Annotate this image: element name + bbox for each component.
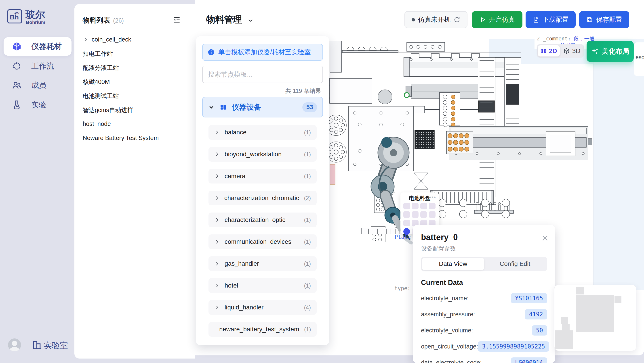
tray-cell[interactable] bbox=[403, 211, 410, 218]
template-list-item[interactable]: gas_handler (1) bbox=[208, 256, 317, 271]
detail-fields: electrolyte_name: YS101165 assembly_pres… bbox=[421, 290, 547, 363]
refresh-icon[interactable] bbox=[454, 16, 460, 23]
tray-cell[interactable] bbox=[412, 211, 418, 218]
tray-cell[interactable] bbox=[412, 203, 418, 209]
chevron-down-icon bbox=[208, 104, 215, 110]
more-icon[interactable]: ••• bbox=[429, 194, 436, 200]
tray-cell[interactable] bbox=[420, 203, 427, 209]
canvas-right-column bbox=[593, 39, 644, 290]
save-icon bbox=[586, 16, 593, 23]
tray-cell[interactable] bbox=[403, 228, 410, 235]
simulation-status[interactable]: 仿真未开机 bbox=[404, 11, 468, 28]
tab-data-view[interactable]: Data View bbox=[422, 258, 484, 270]
tab-config-edit[interactable]: Config Edit bbox=[484, 258, 546, 270]
material-list-item[interactable]: host_node bbox=[83, 117, 188, 131]
sidebar-item-label: 实验 bbox=[31, 100, 46, 110]
template-item-name: characterization_optic bbox=[224, 216, 285, 223]
material-list-item[interactable]: 配液分液工站 bbox=[83, 61, 188, 75]
view-3d-button[interactable]: 3D bbox=[560, 47, 584, 55]
sidebar-item-instruments[interactable]: 仪器耗材 bbox=[4, 37, 72, 56]
material-list-item[interactable]: 电池测试工站 bbox=[83, 89, 188, 103]
menu-fold-icon[interactable] bbox=[172, 16, 181, 24]
chevron-right-icon bbox=[214, 305, 220, 310]
material-item-label: 扣电工作站 bbox=[83, 50, 113, 58]
minimap-block bbox=[576, 295, 614, 332]
tray-cell[interactable] bbox=[403, 220, 410, 226]
minimap-block bbox=[554, 331, 573, 349]
app-root: Bh 107 玻尔 Bohrium 仪器耗材 工作流 bbox=[0, 0, 644, 363]
download-icon bbox=[533, 16, 540, 23]
material-item-label: 配液分液工站 bbox=[83, 64, 119, 72]
canvas-plate-label: Plate bbox=[394, 234, 411, 240]
sidebar-item-workflow[interactable]: 工作流 bbox=[4, 57, 72, 75]
save-config-button[interactable]: 保存配置 bbox=[579, 11, 629, 28]
template-list-item[interactable]: communication_devices (1) bbox=[208, 234, 317, 249]
detail-field-row: assembly_pressure: 4192 bbox=[421, 306, 547, 322]
chevron-right-icon bbox=[214, 283, 220, 288]
tray-cell[interactable] bbox=[429, 211, 436, 218]
beautify-layout-button[interactable]: 美化布局 bbox=[586, 41, 634, 62]
brand-name-zh: 玻尔 bbox=[26, 8, 45, 21]
template-list-item[interactable]: camera (1) bbox=[208, 169, 317, 184]
tray-cell[interactable] bbox=[429, 203, 436, 209]
template-panel: 单击模板添加仪器/耗材至实验室 共 119 条结果 仪器设备 53 balanc… bbox=[196, 36, 329, 345]
members-icon bbox=[12, 80, 22, 90]
minimap-block bbox=[614, 296, 622, 303]
detail-field-row: open_circuit_voltage: 3.1559998989105225 bbox=[421, 339, 547, 355]
template-list-item[interactable]: characterization_optic (1) bbox=[208, 213, 317, 227]
template-list-item[interactable]: balance (1) bbox=[208, 125, 317, 140]
template-list-item[interactable]: liquid_handler (4) bbox=[208, 300, 317, 315]
avatar[interactable] bbox=[8, 339, 21, 352]
template-item-count: (2) bbox=[304, 195, 311, 201]
material-count: (26) bbox=[113, 17, 124, 24]
template-item-name: bioyond_workstation bbox=[224, 151, 282, 158]
field-value: LG000014 bbox=[511, 358, 547, 363]
field-value: 50 bbox=[532, 325, 547, 336]
template-list-item[interactable]: neware_battery_test_system (1) bbox=[208, 322, 317, 337]
template-list-item[interactable]: hotel (1) bbox=[208, 278, 317, 293]
material-list-title: 物料列表(26) bbox=[83, 16, 124, 25]
template-item-count: (1) bbox=[304, 261, 311, 267]
template-item-name: camera bbox=[224, 173, 245, 180]
minimap[interactable] bbox=[554, 285, 636, 351]
brand-name-en: Bohrium bbox=[26, 20, 45, 25]
minimap-block bbox=[576, 287, 584, 295]
template-item-name: gas_handler bbox=[224, 260, 259, 267]
start-simulation-button[interactable]: 开启仿真 bbox=[472, 11, 522, 28]
template-list-item[interactable]: characterization_chromatic (2) bbox=[208, 191, 317, 205]
lab-switcher[interactable]: 实验室 bbox=[44, 340, 68, 351]
field-label: data_electrolyte_code: bbox=[421, 359, 482, 363]
download-config-button[interactable]: 下载配置 bbox=[526, 11, 576, 28]
field-label: assembly_pressure: bbox=[421, 311, 475, 318]
field-label: electrolyte_name: bbox=[421, 295, 468, 302]
cube-3d-icon bbox=[563, 48, 570, 54]
tray-cell[interactable] bbox=[403, 203, 410, 209]
view-2d-button[interactable]: 2D bbox=[538, 45, 560, 56]
section-instrument-devices[interactable]: 仪器设备 53 bbox=[202, 97, 323, 117]
sidebar-item-experiments[interactable]: 实验 bbox=[4, 95, 72, 114]
logo-number: 107 bbox=[14, 11, 20, 14]
material-list-item[interactable]: 扣电工作站 bbox=[83, 47, 188, 61]
current-data-heading: Current Data bbox=[421, 279, 463, 287]
detail-field-row: electrolyte_volume: 50 bbox=[421, 322, 547, 339]
material-list-item[interactable]: Neware Battery Test System bbox=[83, 131, 188, 145]
material-item-label: 核磁400M bbox=[83, 78, 110, 86]
template-list-item[interactable]: bioyond_workstation (1) bbox=[208, 147, 317, 162]
building-icon bbox=[32, 340, 42, 350]
template-item-name: characterization_chromatic bbox=[224, 194, 299, 202]
sidebar-item-label: 仪器耗材 bbox=[31, 41, 62, 51]
material-list: coin_cell_deck 扣电工作站 配液分液工站 核磁400M bbox=[83, 32, 188, 145]
template-item-name: liquid_handler bbox=[224, 304, 264, 311]
material-list-item[interactable]: 核磁400M bbox=[83, 75, 188, 89]
field-value: 4192 bbox=[525, 309, 547, 320]
page-title[interactable]: 物料管理 bbox=[206, 13, 254, 26]
tray-cell[interactable] bbox=[420, 211, 427, 218]
template-item-count: (1) bbox=[304, 326, 311, 333]
search-input[interactable] bbox=[202, 66, 323, 83]
chevron-right-icon bbox=[214, 173, 220, 179]
template-item-count: (1) bbox=[304, 151, 311, 158]
material-list-item[interactable]: coin_cell_deck bbox=[83, 32, 188, 47]
material-list-item[interactable]: 智达gcms自动进样 bbox=[83, 103, 188, 117]
close-icon[interactable] bbox=[541, 234, 549, 242]
sidebar-item-members[interactable]: 成员 bbox=[4, 76, 72, 95]
